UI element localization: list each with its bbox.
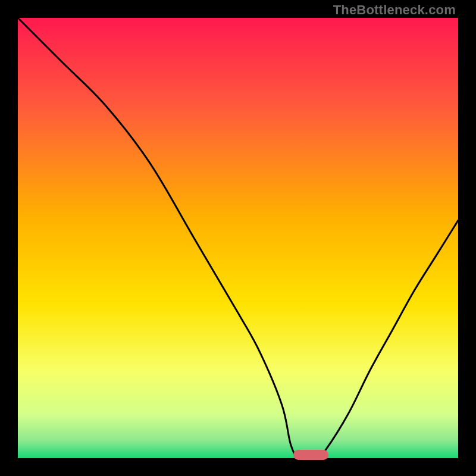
watermark-text: TheBottleneck.com xyxy=(333,2,456,18)
chart-frame xyxy=(18,18,458,458)
bottleneck-chart xyxy=(18,18,458,458)
optimal-range-marker xyxy=(293,450,328,460)
